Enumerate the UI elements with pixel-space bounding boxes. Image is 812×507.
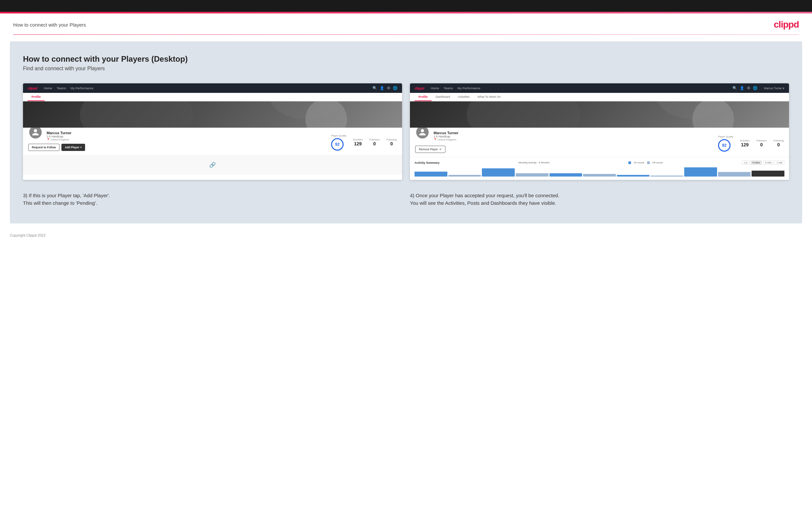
- bar-4-off: [650, 176, 683, 177]
- tab-profile-right[interactable]: Profile: [414, 93, 432, 101]
- mock-stat-activities-left: Activities 129: [353, 138, 363, 146]
- bar-3-off: [583, 174, 616, 177]
- mock-banner-overlay-right: [410, 101, 789, 128]
- mock-nav-teams-left: Teams: [57, 86, 66, 90]
- time-1yr[interactable]: 1 yr: [742, 161, 750, 165]
- mock-quality-wrap-right: Player Quality 92: [718, 135, 733, 152]
- remove-x-icon: ✕: [439, 148, 442, 151]
- tab-dashboard-right[interactable]: Dashboard: [432, 93, 454, 101]
- mock-player-handicap-left: 1-5 Handicap: [47, 135, 71, 138]
- mock-stat-followers-right: Followers 0: [756, 139, 767, 147]
- mock-logo-right: clippd: [414, 86, 424, 90]
- screenshot-right: clippd Home Teams My Performance 🔍 👤 ⚙ 🌐…: [410, 83, 789, 180]
- caption-right: 4) Once your Player has accepted your re…: [410, 192, 789, 207]
- search-icon-right: 🔍: [732, 86, 737, 90]
- avatar-icon-left: [32, 128, 39, 136]
- activity-chart: [414, 167, 784, 177]
- bar-5-on: [684, 167, 717, 177]
- mock-location-text-left: United Kingdom: [51, 138, 69, 141]
- search-icon-left: 🔍: [372, 86, 377, 90]
- bar-6-on: [752, 171, 784, 177]
- page-title: How to connect with your Players (Deskto…: [23, 54, 789, 64]
- page-breadcrumb: How to connect with your Players: [13, 22, 86, 27]
- mock-player-name-left: Marcus Turner: [47, 131, 71, 135]
- activity-title: Activity Summary: [414, 161, 440, 164]
- mock-app-right: clippd Home Teams My Performance 🔍 👤 ⚙ 🌐…: [410, 83, 789, 180]
- location-pin-icon-right: 📍: [434, 138, 437, 141]
- mock-profile-content-left: Marcus Turner 1-5 Handicap 📍 United King…: [28, 130, 397, 151]
- mock-nav-home-right: Home: [430, 86, 439, 90]
- time-3mths[interactable]: 3 mths: [763, 161, 773, 165]
- time-buttons: 1 yr 6 mths 3 mths 1 mth: [742, 161, 784, 165]
- bar-2-on: [482, 168, 515, 177]
- add-player-button[interactable]: Add Player +: [61, 144, 85, 151]
- mock-banner-right: [410, 101, 789, 128]
- settings-icon-right: ⚙: [747, 86, 750, 90]
- mock-stat-activities-label-left: Activities: [353, 138, 363, 141]
- mock-avatar-info-left: Marcus Turner 1-5 Handicap 📍 United King…: [28, 130, 85, 151]
- off-course-label: Off course: [652, 161, 663, 164]
- mock-stat-following-value-right: 0: [773, 142, 784, 147]
- mock-nav-items-left: Home Teams My Performance: [44, 86, 366, 90]
- mock-nav-performance-right: My Performance: [458, 86, 480, 90]
- mock-stat-followers-value-left: 0: [369, 141, 380, 146]
- bar-3-on: [550, 173, 582, 177]
- caption-left-text: 3) If this is your Player tap, 'Add Play…: [23, 192, 110, 206]
- screenshot-left: clippd Home Teams My Performance 🔍 👤 ⚙ 🌐: [23, 83, 402, 180]
- mock-logo-left: clippd: [28, 86, 37, 90]
- mock-activity-header: Activity Summary Monthly Activity · 6 Mo…: [414, 161, 784, 165]
- bar-5-off: [718, 172, 751, 177]
- tab-what-to-work-on-right[interactable]: What To Work On: [474, 93, 505, 101]
- on-course-dot: [628, 161, 631, 164]
- time-1mth[interactable]: 1 mth: [774, 161, 784, 165]
- mock-activity-right: Activity Summary Monthly Activity · 6 Mo…: [410, 157, 789, 180]
- location-pin-icon-left: 📍: [47, 138, 50, 141]
- mock-profile-content-right: Marcus Turner 1-5 Handicap 📍 United King…: [415, 130, 784, 153]
- mock-tabs-right: Profile Dashboard Activities What To Wor…: [410, 93, 789, 101]
- mock-nav-left: clippd Home Teams My Performance 🔍 👤 ⚙ 🌐: [23, 83, 402, 93]
- mock-quality-wrap-left: Player Quality 92: [331, 134, 347, 151]
- on-course-label: On course: [633, 161, 644, 164]
- mock-profile-left: Marcus Turner 1-5 Handicap 📍 United King…: [23, 128, 402, 155]
- mock-nav-teams-right: Teams: [444, 86, 453, 90]
- main-content: How to connect with your Players (Deskto…: [10, 41, 802, 223]
- request-follow-button[interactable]: Request to Follow: [28, 144, 59, 151]
- tab-profile-left[interactable]: Profile: [28, 93, 45, 101]
- mock-stat-activities-label-right: Activities: [740, 139, 750, 142]
- mock-profile-right: Marcus Turner 1-5 Handicap 📍 United King…: [410, 128, 789, 157]
- mock-nav-icons-right: 🔍 👤 ⚙ 🌐: [732, 86, 757, 90]
- page-subtitle: Find and connect with your Players: [23, 66, 789, 71]
- avatar-icon-right: [418, 128, 426, 136]
- mock-player-name-right: Marcus Turner: [434, 131, 459, 135]
- remove-player-button[interactable]: Remove Player ✕: [415, 146, 445, 153]
- mock-bottom-area-left: 🔗: [23, 155, 402, 175]
- activity-period: Monthly Activity · 6 Months: [518, 161, 550, 164]
- tab-activities-right[interactable]: Activities: [454, 93, 474, 101]
- globe-icon-right: 🌐: [753, 86, 757, 90]
- mock-banner-left: [23, 101, 402, 128]
- mock-tabs-left: Profile: [23, 93, 402, 101]
- mock-nav-items-right: Home Teams My Performance: [430, 86, 726, 90]
- mock-quality-label-right: Player Quality: [718, 135, 733, 138]
- mock-nav-right: clippd Home Teams My Performance 🔍 👤 ⚙ 🌐…: [410, 83, 789, 93]
- mock-user-label-right: Marcus Turner ▾: [764, 87, 784, 90]
- off-course-dot: [647, 161, 650, 164]
- bar-2-off: [516, 173, 549, 177]
- time-6mths[interactable]: 6 mths: [751, 161, 762, 165]
- mock-stats-row-left: Player Quality 92 Activities 129 Followe…: [331, 131, 397, 151]
- mock-buttons-left: Request to Follow Add Player +: [28, 144, 85, 151]
- mock-player-location-left: 📍 United Kingdom: [47, 138, 71, 141]
- mock-stat-following-left: Following 0: [386, 138, 397, 146]
- mock-nav-home-left: Home: [44, 86, 52, 90]
- screenshots-row: clippd Home Teams My Performance 🔍 👤 ⚙ 🌐: [23, 83, 789, 180]
- globe-icon-left: 🌐: [393, 86, 398, 90]
- mock-nav-performance-left: My Performance: [70, 86, 94, 90]
- mock-player-handicap-right: 1-5 Handicap: [434, 135, 459, 138]
- bar-1-on: [414, 172, 447, 177]
- mock-player-location-right: 📍 United Kingdom: [434, 138, 459, 141]
- mock-quality-circle-right: 92: [718, 139, 730, 152]
- clippd-logo: clippd: [774, 19, 799, 30]
- mock-stat-followers-label-right: Followers: [756, 139, 767, 142]
- mock-stat-following-value-left: 0: [386, 141, 397, 146]
- captions-row: 3) If this is your Player tap, 'Add Play…: [23, 192, 789, 207]
